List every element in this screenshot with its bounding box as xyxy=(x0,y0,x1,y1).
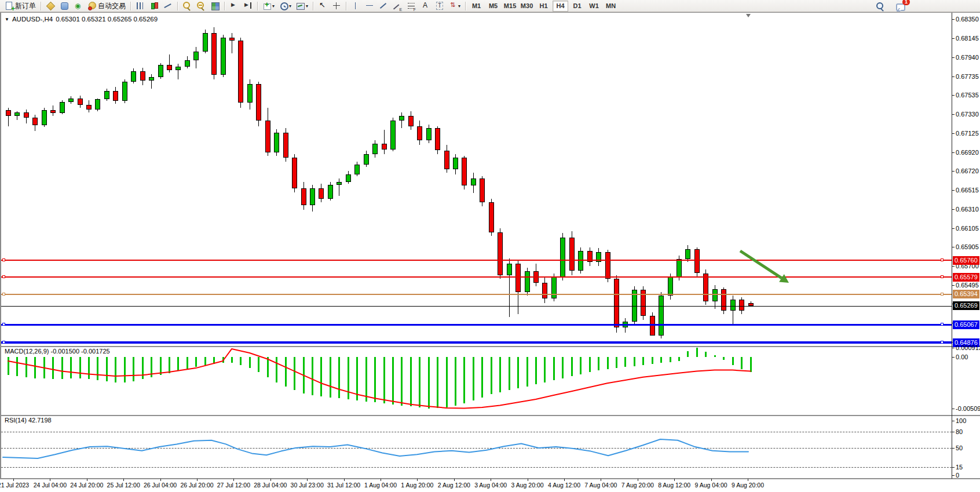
signal-button[interactable] xyxy=(71,0,85,12)
signal-icon xyxy=(74,1,83,10)
line-anchor-handle[interactable] xyxy=(2,275,5,278)
macd-histogram-bar xyxy=(696,348,698,357)
text-tool[interactable] xyxy=(418,0,432,12)
pane-separator xyxy=(0,415,980,416)
market-watch-button[interactable] xyxy=(43,0,57,12)
vertical-line-tool[interactable] xyxy=(349,0,363,12)
line-anchor-handle[interactable] xyxy=(941,293,944,296)
timeframe-MN[interactable]: MN xyxy=(603,1,619,12)
timeframe-M5[interactable]: M5 xyxy=(485,1,501,12)
line-anchor-handle[interactable] xyxy=(941,275,944,278)
timeframe-W1[interactable]: W1 xyxy=(586,1,602,12)
timeframe-M15[interactable]: M15 xyxy=(502,1,518,12)
macd-histogram-bar xyxy=(624,357,626,367)
crosshair-tool-button[interactable] xyxy=(330,0,343,12)
timeframe-M30[interactable]: M30 xyxy=(519,1,535,12)
line-anchor-handle[interactable] xyxy=(2,293,5,296)
zoom-out-button[interactable] xyxy=(194,0,208,12)
macd-histogram-bar xyxy=(338,357,340,398)
timeframe-H4[interactable]: H4 xyxy=(553,1,568,12)
horizontal-line-object[interactable] xyxy=(1,341,952,344)
time-tick-mark xyxy=(454,479,455,481)
price-tick-label: 0.67940 xyxy=(956,54,979,61)
templates-dropdown[interactable]: ▾ xyxy=(294,0,310,12)
time-tick-label: 26 Jul 20:00 xyxy=(180,482,213,489)
macd-histogram-bar xyxy=(714,355,716,358)
line-anchor-handle[interactable] xyxy=(941,341,944,344)
macd-tick-label: 0.000913 xyxy=(956,344,980,351)
price-tick-mark xyxy=(952,76,955,77)
rsi-tick-mark xyxy=(952,475,955,476)
line-anchor-handle[interactable] xyxy=(941,323,944,326)
indicators-dropdown[interactable]: ▾ xyxy=(260,0,277,12)
macd-histogram-bar xyxy=(285,357,287,387)
bar-chart-button[interactable] xyxy=(133,0,147,12)
macd-histogram-bar xyxy=(660,357,662,363)
candle xyxy=(614,279,619,327)
horizontal-line-object[interactable] xyxy=(1,324,952,326)
price-tick-mark xyxy=(952,247,955,247)
time-tick-mark xyxy=(307,479,308,481)
fibonacci-tool[interactable] xyxy=(404,0,418,12)
candle xyxy=(346,174,351,182)
time-tick-mark xyxy=(601,479,601,481)
chart-shift-button[interactable] xyxy=(241,0,255,12)
line-anchor-handle[interactable] xyxy=(941,258,944,261)
indplus-icon xyxy=(262,1,272,10)
trendline-tool[interactable] xyxy=(376,0,390,12)
macd-histogram-bar xyxy=(642,357,644,365)
candlestick-chart-button[interactable] xyxy=(147,0,161,12)
equidistant-channel-tool[interactable] xyxy=(390,0,404,12)
candle xyxy=(390,121,396,150)
line-anchor-handle[interactable] xyxy=(2,258,5,261)
zoom-in-button[interactable] xyxy=(180,0,194,12)
tile-windows-button[interactable] xyxy=(208,0,222,12)
time-tick-label: 1 Aug 20:00 xyxy=(401,482,433,489)
line-chart-button[interactable] xyxy=(161,0,175,12)
horizontal-line-tool[interactable] xyxy=(363,0,376,12)
accounts-button[interactable] xyxy=(57,0,71,12)
time-tick-mark xyxy=(748,479,748,481)
text-label-tool[interactable] xyxy=(432,0,446,12)
chart-canvas[interactable] xyxy=(0,13,980,479)
autotrading-button[interactable]: 自动交易 xyxy=(85,0,128,12)
macd-histogram-bar xyxy=(383,357,385,403)
macd-histogram-bar xyxy=(267,357,269,377)
horizontal-line-object[interactable] xyxy=(1,260,952,261)
price-line-label: 0.65579 xyxy=(953,273,979,282)
cursor-tool-button[interactable] xyxy=(316,0,330,12)
macd-histogram-bar xyxy=(705,352,707,357)
horizontal-line-object[interactable] xyxy=(1,294,952,295)
arrows-dropdown[interactable]: ▾ xyxy=(446,0,463,12)
symbol-dropdown-toggle[interactable]: ▼ xyxy=(5,17,9,22)
price-tick-mark xyxy=(952,133,955,134)
horizontal-line-object[interactable] xyxy=(1,276,952,278)
macd-histogram-bar xyxy=(320,357,322,396)
auto-scroll-button[interactable] xyxy=(227,0,241,12)
macd-histogram-bar xyxy=(598,357,599,370)
rsi-tick-mark xyxy=(952,448,955,449)
macd-histogram-bar xyxy=(499,357,501,392)
chat-button[interactable]: 1 xyxy=(893,0,907,12)
periods-dropdown[interactable]: ▾ xyxy=(277,0,294,12)
price-tick-mark xyxy=(952,114,955,115)
rsi-tick-label: 100 xyxy=(956,417,966,424)
macd-histogram-bar xyxy=(463,357,465,403)
users-icon xyxy=(60,1,69,10)
candle-wick xyxy=(232,33,232,53)
line-anchor-handle[interactable] xyxy=(2,323,5,326)
price-tick-label: 0.65495 xyxy=(956,282,979,289)
time-tick-label: 3 Aug 20:00 xyxy=(511,482,544,489)
candle xyxy=(739,300,744,311)
candle xyxy=(78,99,83,105)
candle xyxy=(6,110,11,116)
line-anchor-handle[interactable] xyxy=(2,341,5,344)
new-order-button[interactable]: 新订单 xyxy=(2,0,38,12)
timeframe-D1[interactable]: D1 xyxy=(569,1,585,12)
timeframe-H1[interactable]: H1 xyxy=(536,1,551,12)
timeframe-M1[interactable]: M1 xyxy=(469,1,484,12)
hline-icon xyxy=(365,1,374,10)
macd-histogram-bar xyxy=(177,357,179,371)
search-button[interactable] xyxy=(873,0,887,12)
candle xyxy=(480,178,485,203)
